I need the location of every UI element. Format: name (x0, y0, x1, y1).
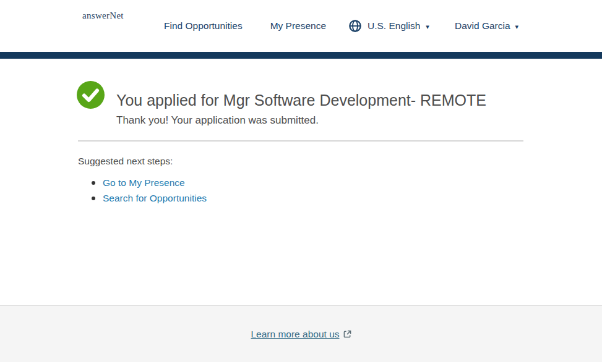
globe-icon (348, 19, 362, 33)
next-steps-list: Go to My Presence Search for Opportuniti… (90, 177, 207, 208)
language-label: U.S. English (368, 20, 420, 32)
learn-more-link[interactable]: Learn more about us (251, 329, 351, 340)
header-divider-bar (0, 52, 602, 59)
external-link-icon (343, 330, 351, 338)
next-steps-heading: Suggested next steps: (78, 156, 173, 167)
application-confirmation-subtitle: Thank you! Your application was submitte… (116, 114, 319, 127)
header: answerNet Find Opportunities My Presence… (0, 0, 602, 52)
brand-logo[interactable]: answerNet (82, 11, 124, 21)
link-go-to-my-presence[interactable]: Go to My Presence (103, 177, 185, 188)
learn-more-label: Learn more about us (251, 329, 339, 340)
user-menu[interactable]: David Garcia ▾ (455, 0, 518, 52)
user-name-label: David Garcia (455, 20, 510, 32)
nav-item-find-opportunities[interactable]: Find Opportunities (164, 20, 243, 32)
list-item: Go to My Presence (90, 177, 207, 188)
main-nav: Find Opportunities My Presence (164, 0, 326, 52)
language-menu[interactable]: U.S. English ▾ (348, 0, 429, 52)
application-confirmation-title: You applied for Mgr Software Development… (116, 91, 486, 109)
link-search-for-opportunities[interactable]: Search for Opportunities (103, 193, 207, 203)
nav-item-my-presence[interactable]: My Presence (270, 20, 326, 32)
footer: Learn more about us (0, 305, 602, 362)
bullet-icon (92, 197, 95, 200)
chevron-down-icon: ▾ (426, 22, 429, 31)
page: answerNet Find Opportunities My Presence… (0, 0, 602, 364)
bullet-icon (92, 181, 95, 185)
check-circle-icon (77, 81, 105, 109)
section-divider (78, 140, 523, 142)
chevron-down-icon: ▾ (515, 22, 519, 31)
list-item: Search for Opportunities (90, 193, 207, 204)
